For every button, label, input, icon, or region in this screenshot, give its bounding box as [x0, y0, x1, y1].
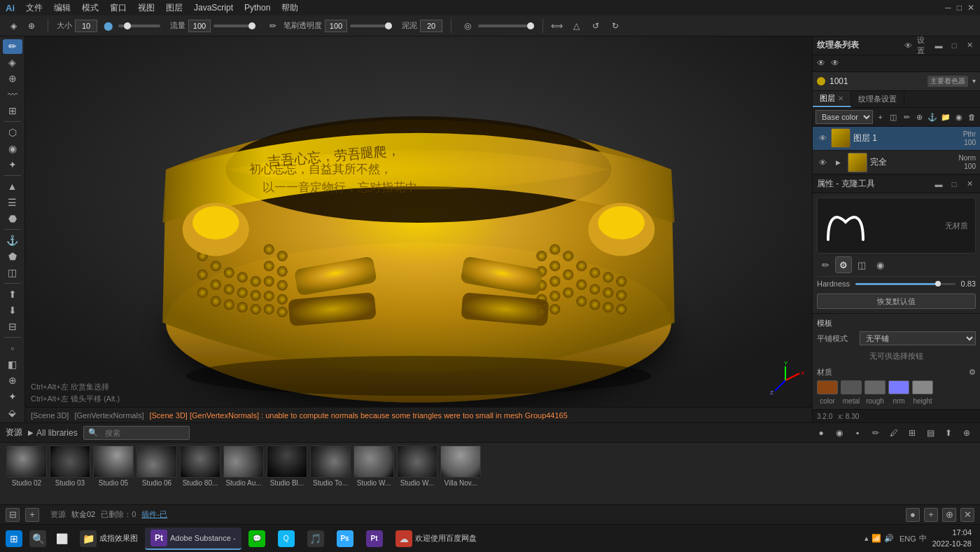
tool-select[interactable]: ◈ [6, 18, 21, 34]
layer-2-vis[interactable]: 👁 [817, 157, 828, 168]
asset-item-9[interactable]: Studio W... [396, 446, 438, 502]
swatch-metal[interactable] [841, 380, 862, 394]
libraries-toggle[interactable]: ▶ All libraries [28, 428, 78, 438]
tool-extra-3[interactable]: ⊕ [3, 373, 22, 388]
eng-label[interactable]: ENG [899, 534, 916, 543]
asset-item-3[interactable]: Studio 06 [136, 446, 178, 502]
menu-item-edit[interactable]: 编辑 [54, 2, 71, 14]
tool-extra-2[interactable]: ◧ [3, 357, 22, 372]
tool-geometry[interactable]: ⬣ [3, 211, 22, 226]
layer-2-expand[interactable]: ▶ [831, 156, 845, 170]
brush-tab-color[interactable]: ◉ [872, 256, 888, 273]
asset-item-1[interactable]: Studio 03 [49, 446, 91, 502]
size-input[interactable] [75, 20, 97, 32]
layer-anchor[interactable]: ⚓ [927, 110, 939, 124]
system-tray[interactable]: ▴ [864, 534, 869, 543]
brush-tab-settings[interactable]: ⚙ [835, 256, 852, 273]
tool-paint[interactable]: ✏ [3, 39, 22, 54]
tool-drag[interactable]: ✦ [3, 157, 22, 172]
menu-item-view[interactable]: 视图 [138, 2, 155, 14]
tool-material[interactable]: ◉ [3, 141, 22, 156]
search-taskbar[interactable]: 🔍 [27, 527, 49, 550]
props-collapse-btn[interactable]: ▬ [932, 178, 945, 191]
tool-extra-4[interactable]: ✦ [3, 389, 22, 403]
tool-anchor[interactable]: ⚓ [3, 233, 22, 248]
viewport[interactable]: 吉吾心忘，劳吾腿爬， 初心忘忘，自益其所不然， 以一一音定物行，忘对指花中 [25, 36, 812, 422]
footer-right-btn-3[interactable]: ⊕ [942, 508, 956, 522]
swatch-color[interactable] [817, 380, 838, 394]
flip-btn[interactable]: ↺ [588, 18, 603, 34]
brush-tab-paint[interactable]: ✏ [817, 256, 834, 273]
tool-extra-5[interactable]: ⬙ [3, 405, 22, 420]
tab-layers[interactable]: 图层 ✕ [813, 91, 851, 108]
taskbar-app-folder[interactable]: 📁 成指效果图 [74, 527, 144, 550]
layer-mask[interactable]: ◉ [953, 110, 965, 124]
minimize-btn[interactable]: ─ [945, 3, 951, 13]
add-fill-layer[interactable]: ◫ [888, 110, 899, 124]
layer-folder[interactable]: 📁 [940, 110, 951, 124]
props-close-btn[interactable]: ✕ [963, 178, 976, 191]
menu-item-window[interactable]: 窗口 [110, 2, 127, 14]
taskbar-app-ps[interactable]: Ps [331, 527, 359, 550]
task-view-btn[interactable]: ⬜ [50, 527, 73, 550]
add-paint-layer[interactable]: + [875, 110, 886, 124]
tool-clone[interactable]: ⊞ [3, 103, 22, 118]
tool-extra-1[interactable]: ◦ [3, 341, 22, 356]
cn-label[interactable]: 中 [919, 533, 927, 544]
reset-defaults-btn[interactable]: 恢复默认值 [817, 294, 976, 309]
tool-project[interactable]: ⊕ [3, 71, 22, 86]
texture-mode-select[interactable]: 无平铺 [860, 331, 976, 345]
tool-camera[interactable]: ◫ [3, 265, 22, 280]
layer-item-2[interactable]: 👁 ▶ 完全 Norm 100 [813, 151, 980, 174]
reset-btn[interactable]: ↻ [608, 18, 623, 34]
wifi-icon[interactable]: 📶 [872, 534, 881, 543]
filter-grid[interactable]: ⊞ [904, 425, 920, 441]
asset-item-7[interactable]: Studio To... [309, 446, 351, 502]
footer-left-btn-1[interactable]: ⊟ [6, 508, 20, 522]
flow-input[interactable] [188, 20, 211, 32]
menu-item-help[interactable]: 帮助 [281, 2, 298, 14]
opacity-slider[interactable] [478, 25, 534, 27]
layer-close-btn[interactable]: ✕ [963, 39, 976, 52]
menu-item-mode[interactable]: 模式 [82, 2, 99, 14]
menu-item-javascript[interactable]: JavaScript [194, 3, 233, 13]
taskbar-app-qq[interactable]: Q [272, 527, 300, 550]
flow-slider[interactable] [214, 25, 255, 27]
maximize-btn[interactable]: □ [957, 3, 962, 13]
footer-left-btn-2[interactable]: + [25, 508, 39, 522]
brush-tab-stamp[interactable]: ◫ [853, 256, 870, 273]
taskbar-app-substance2[interactable]: Pt [360, 527, 388, 550]
swatch-height[interactable] [912, 380, 933, 394]
tab-layers-close[interactable]: ✕ [838, 95, 844, 102]
layer-item-1[interactable]: 👁 图层 1 Pthr 100 [813, 127, 980, 151]
asset-item-6[interactable]: Studio Bl... [266, 446, 308, 502]
tool-move[interactable]: ⊕ [24, 18, 39, 34]
hardness-slider[interactable] [350, 25, 392, 27]
layer-settings-btn[interactable]: 设置 [917, 39, 930, 52]
footer-right-btn-2[interactable]: + [924, 508, 938, 522]
vis-icon-1[interactable]: 👁 [817, 58, 825, 68]
symmetry-btn[interactable]: ⟺ [549, 18, 564, 34]
filter-sphere[interactable]: ● [813, 425, 829, 441]
hardness-input[interactable] [325, 20, 347, 32]
taskbar-app-wechat[interactable]: 💬 [243, 527, 271, 550]
blend-mode-select[interactable]: Base color [816, 110, 873, 124]
import-btn[interactable]: ⬆ [941, 425, 956, 441]
tool-color-pick[interactable]: ▲ [3, 179, 22, 194]
filter-square[interactable]: ▪ [850, 425, 865, 441]
asset-item-2[interactable]: Studio 05 [92, 446, 134, 502]
more-btn[interactable]: ⊕ [959, 425, 974, 441]
layer-expand-btn[interactable]: □ [948, 39, 960, 52]
menu-item-layer[interactable]: 图层 [166, 2, 183, 14]
material-settings-btn[interactable]: ⚙ [969, 368, 976, 377]
layer-view-btn[interactable]: 👁 [902, 39, 914, 52]
muddy-input[interactable] [420, 20, 442, 32]
menu-item-file[interactable]: 文件 [26, 2, 43, 14]
layer-clone[interactable]: ⊕ [914, 110, 925, 124]
tool-bake[interactable]: ⊟ [3, 319, 22, 334]
asset-item-5[interactable]: Studio Au... [223, 446, 265, 502]
tool-layers-2[interactable]: ☰ [3, 195, 22, 210]
tool-export[interactable]: ⬇ [3, 303, 22, 318]
search-input[interactable] [101, 426, 185, 440]
tool-3d[interactable]: ⬟ [3, 249, 22, 264]
